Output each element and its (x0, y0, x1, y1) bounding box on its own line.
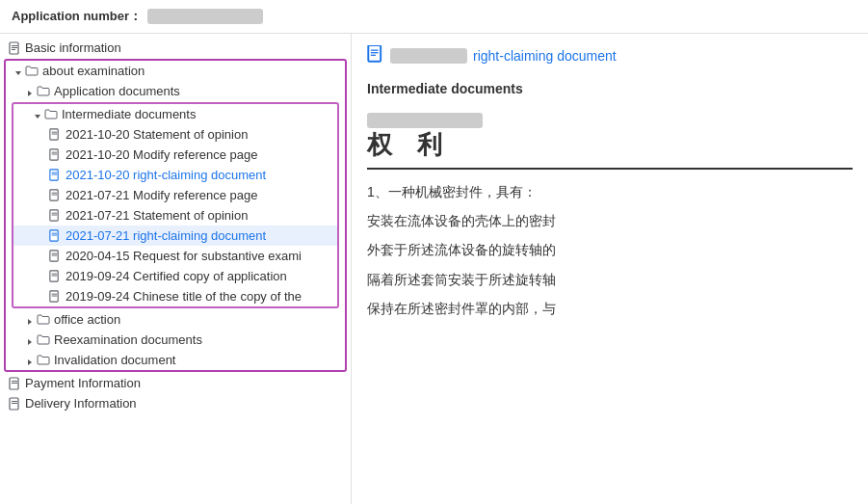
app-number-value (147, 9, 263, 24)
sidebar: Basic information about examination (0, 34, 352, 504)
sidebar-item-invalid[interactable]: Invalidation document (6, 350, 345, 370)
sidebar-item-reexam[interactable]: Reexamination documents (6, 330, 345, 350)
chinese-text-5: 保持在所述密封件罩的内部，与 (367, 298, 853, 319)
chinese-text-4: 隔着所述套筒安装于所述旋转轴 (367, 269, 853, 290)
sidebar-item-app-docs-label: Application documents (54, 84, 180, 98)
svg-rect-43 (368, 45, 381, 62)
svg-marker-5 (28, 91, 32, 96)
sidebar-item-about-exam[interactable]: about examination (6, 61, 345, 81)
sidebar-item-doc7[interactable]: 2020-04-15 Request for substantive exami (13, 246, 337, 266)
doc-icon-8 (48, 270, 62, 283)
sidebar-item-payment[interactable]: Payment Information (0, 373, 351, 393)
svg-marker-34 (28, 319, 32, 325)
sidebar-item-doc4-label: 2021-07-21 Modify reference page (66, 188, 257, 202)
app-number-header: Application number： (0, 0, 868, 34)
sidebar-item-doc5[interactable]: 2021-07-21 Statement of opinion (13, 205, 337, 225)
sidebar-item-delivery[interactable]: Delivery Information (0, 393, 351, 413)
sidebar-item-doc3[interactable]: 2021-10-20 right-claiming document (13, 165, 337, 185)
chevron-down-icon (13, 66, 23, 76)
folder-icon-6 (37, 354, 50, 367)
svg-marker-6 (35, 115, 40, 119)
folder-icon-5 (37, 333, 50, 347)
sidebar-item-doc8[interactable]: 2019-09-24 Certified copy of application (13, 266, 337, 286)
chevron-right-icon-2 (25, 315, 35, 325)
sidebar-item-doc7-label: 2020-04-15 Request for substantive exami (66, 249, 302, 263)
sidebar-item-doc6-label: 2021-07-21 right-claiming document (66, 228, 266, 243)
section-title: Intermediate documents (367, 81, 853, 96)
doc-icon-delivery (8, 397, 21, 411)
doc-icon-5 (48, 209, 62, 223)
blurred-line (367, 113, 483, 128)
chinese-text-1: 1、一种机械密封件，具有： (367, 181, 853, 202)
sidebar-item-app-docs[interactable]: Application documents (6, 81, 345, 101)
content-area: right-claiming document Intermediate doc… (352, 34, 868, 504)
sidebar-item-invalid-label: Invalidation document (54, 353, 175, 367)
sidebar-item-doc2[interactable]: 2021-10-20 Modify reference page (13, 145, 337, 165)
doc-icon-payment (8, 377, 21, 390)
sidebar-item-doc9[interactable]: 2019-09-24 Chinese title of the copy of … (13, 286, 337, 306)
sidebar-item-delivery-label: Delivery Information (25, 396, 137, 411)
sidebar-item-doc5-label: 2021-07-21 Statement of opinion (66, 208, 248, 223)
folder-icon (25, 65, 39, 78)
chinese-heading: 权 利 (367, 128, 853, 170)
sidebar-item-doc1[interactable]: 2021-10-20 Statement of opinion (13, 124, 337, 145)
folder-icon-3 (44, 108, 58, 121)
chinese-text-3: 外套于所述流体设备的旋转轴的 (367, 239, 853, 260)
doc-icon-9 (48, 290, 62, 304)
doc-icon-4 (48, 189, 62, 202)
doc-icon (8, 41, 21, 55)
sidebar-item-doc4[interactable]: 2021-07-21 Modify reference page (13, 185, 337, 205)
content-title-blurred (390, 48, 467, 64)
chevron-right-icon-4 (25, 356, 35, 365)
app-number-label: Application number： (12, 8, 142, 25)
sidebar-item-basic-info[interactable]: Basic information (0, 38, 351, 58)
sidebar-item-office-action-label: office action (54, 312, 120, 327)
sidebar-item-doc1-label: 2021-10-20 Statement of opinion (66, 127, 248, 142)
sidebar-item-payment-label: Payment Information (25, 376, 141, 390)
sidebar-item-office-action[interactable]: office action (6, 309, 345, 330)
sidebar-item-doc8-label: 2019-09-24 Certified copy of application (66, 269, 287, 283)
doc-icon-1 (48, 128, 62, 142)
svg-marker-36 (28, 359, 32, 365)
sidebar-item-doc6[interactable]: 2021-07-21 right-claiming document (13, 225, 337, 246)
sidebar-item-reexam-label: Reexamination documents (54, 332, 202, 347)
main-layout: Basic information about examination (0, 34, 868, 504)
chevron-right-icon (25, 87, 35, 96)
folder-icon-2 (37, 85, 50, 98)
sidebar-item-basic-info-label: Basic information (25, 40, 121, 55)
about-exam-group: about examination Application documents (4, 59, 347, 372)
doc-icon-2 (48, 148, 62, 162)
svg-marker-4 (15, 71, 21, 75)
sidebar-item-about-exam-label: about examination (42, 64, 145, 78)
sidebar-item-doc3-label: 2021-10-20 right-claiming document (66, 168, 266, 182)
chinese-text-2: 安装在流体设备的壳体上的密封 (367, 210, 853, 231)
svg-marker-35 (28, 339, 32, 345)
sidebar-item-intermediate-docs-label: Intermediate documents (62, 107, 196, 121)
content-title-suffix: right-claiming document (473, 48, 617, 64)
content-header: right-claiming document (367, 45, 853, 66)
folder-icon-4 (37, 313, 50, 327)
blurred-content-line (367, 112, 853, 128)
content-doc-icon (367, 45, 384, 66)
sidebar-item-doc2-label: 2021-10-20 Modify reference page (66, 147, 257, 162)
doc-icon-6 (48, 229, 62, 243)
doc-icon-3 (48, 169, 62, 182)
chevron-right-icon-3 (25, 335, 35, 345)
sidebar-item-intermediate-docs[interactable]: Intermediate documents (13, 104, 337, 124)
chevron-down-icon-2 (33, 110, 42, 119)
doc-icon-7 (48, 250, 62, 263)
intermediate-docs-group: Intermediate documents 2021-10-20 Statem… (12, 102, 339, 308)
sidebar-item-doc9-label: 2019-09-24 Chinese title of the copy of … (66, 289, 302, 304)
